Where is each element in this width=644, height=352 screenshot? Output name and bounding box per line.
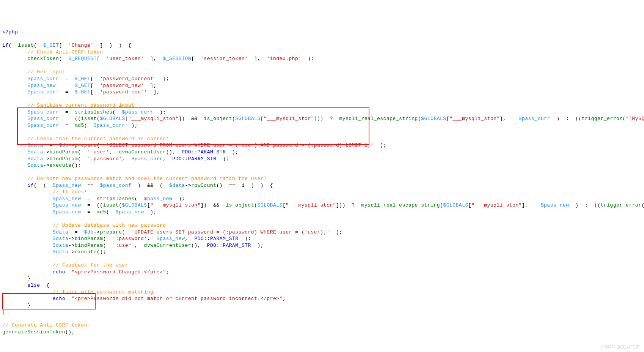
comment-generate: // Generate Anti-CSRF token: [2, 322, 87, 328]
fn-gentoken: generateSessionToken: [2, 329, 65, 335]
php-open: <?php: [2, 29, 18, 35]
kw-else: else: [27, 283, 40, 288]
str-select: 'SELECT password FROM users WHERE user =…: [106, 142, 374, 148]
comment-match: // Do both new passwords match and does …: [27, 176, 267, 182]
var-request: $_REQUEST: [68, 56, 97, 62]
comment-sanitise: // Sanitise current password input: [27, 103, 134, 108]
var-session: $_SESSION: [163, 56, 191, 62]
str-usertok: 'user_token': [106, 56, 144, 62]
var-passconf: $pass_conf: [27, 89, 59, 95]
var-data: $data: [27, 142, 43, 148]
fn-isset: isset: [18, 43, 34, 48]
comment-feedback: // Feedback for the user: [53, 262, 128, 268]
comment-itdoes: // It does!: [53, 189, 87, 195]
var-get: $_GET: [43, 43, 59, 48]
str-changed: "<pre>Password Changed.</pre>": [72, 269, 166, 275]
fn-checktoken: checkToken: [27, 56, 59, 62]
kw-if: if: [2, 43, 9, 48]
comment-checkcurrent: // Check that the current password is co…: [27, 136, 169, 142]
kw-echo: echo: [53, 269, 65, 275]
str-change: 'Change': [68, 43, 93, 48]
str-pwnew: 'password_new': [100, 83, 144, 88]
str-update: 'UPDATE users SET password = (:password)…: [131, 229, 330, 235]
code-block: <?php if( isset( $_GET[ 'Change' ] ) ) {…: [2, 29, 642, 335]
str-converter-msg: "[MySQLConverterToo] Fix the mysql_escap…: [626, 116, 644, 122]
comment-csrf-check: // Check Anti-CSRF token: [27, 49, 103, 55]
fn-stripslashes: stripslashes: [75, 109, 113, 115]
comment-update: // Update database with new password: [53, 223, 166, 228]
comment-issue: // Issue with passwords matching: [53, 289, 154, 295]
var-passnew: $pass_new: [27, 83, 56, 88]
str-sessiontok: 'session_token': [201, 56, 248, 62]
watermark: CSDN @文刀竹肃: [601, 344, 640, 350]
var-passcurr: $pass_curr: [27, 76, 59, 82]
fn-md5: md5: [75, 123, 84, 128]
str-pwconf: 'password_conf': [100, 89, 147, 95]
str-nomatch: "<pre>Passwords did not match or current…: [72, 296, 283, 301]
str-index: 'index.php': [267, 56, 301, 62]
str-pwcurr: 'password_current': [100, 76, 156, 82]
comment-getinput: // Get input: [27, 69, 65, 75]
